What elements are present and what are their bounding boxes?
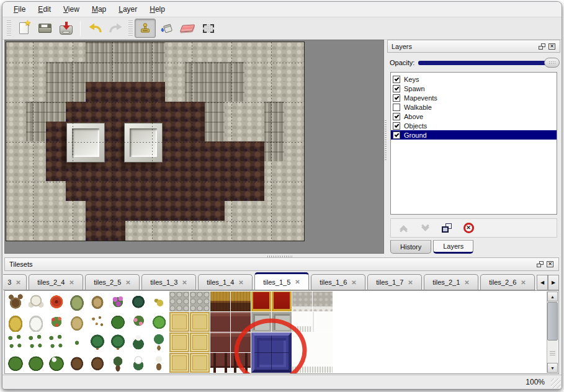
palette-tile-table-maroon[interactable] xyxy=(231,353,251,373)
palette-tile-cloth-fringe[interactable] xyxy=(292,312,312,332)
palette-tile-bush-flowers[interactable] xyxy=(47,312,66,332)
scroll-down-button[interactable]: ▼ xyxy=(547,363,558,373)
tileset-tab-tiles_1_7[interactable]: tiles_1_7✕ xyxy=(367,274,422,290)
map-tile-stone-wall[interactable] xyxy=(66,201,86,221)
map-tile-cave-floor[interactable] xyxy=(244,141,264,161)
map-tile-cliff-face[interactable] xyxy=(86,42,105,62)
map-tile-stone-wall[interactable] xyxy=(284,181,304,201)
map-tile-stone-wall[interactable] xyxy=(244,221,264,241)
menu-view[interactable]: View xyxy=(57,3,86,16)
tab-close-icon[interactable]: ✕ xyxy=(351,279,356,286)
palette-tile-flower-red[interactable] xyxy=(47,292,66,311)
palette-tile-bush-round[interactable] xyxy=(26,353,46,373)
map-tile-stone-wall[interactable] xyxy=(6,42,26,62)
map-tile-cliff-face[interactable] xyxy=(205,62,225,82)
layers-close-button[interactable]: ✕ xyxy=(548,43,556,50)
map-tile-stone-wall[interactable] xyxy=(244,201,264,221)
map-tile-stone-wall[interactable] xyxy=(26,62,46,82)
map-tile-stone-wall[interactable] xyxy=(6,122,26,141)
map-tile-cliff-face[interactable] xyxy=(26,122,46,141)
tilesets-float-button[interactable] xyxy=(536,261,544,268)
layer-list[interactable]: KeysSpawnMapeventsWalkableAboveObjectsGr… xyxy=(390,72,557,215)
map-tile-cave-floor[interactable] xyxy=(86,181,105,201)
palette-tile-sprout-yellow[interactable] xyxy=(149,292,169,311)
map-tile-stone-wall[interactable] xyxy=(264,181,284,201)
map-tile-cave-floor[interactable] xyxy=(244,161,264,181)
map-tile-cave-floor[interactable] xyxy=(46,141,66,161)
map-tile-stone-wall[interactable] xyxy=(6,62,26,82)
map-tile-cave-floor[interactable] xyxy=(145,102,165,122)
map-tile-stone-wall[interactable] xyxy=(264,62,284,82)
palette-tile-table-maroon[interactable] xyxy=(210,353,230,373)
map-tile-stone-wall[interactable] xyxy=(225,122,244,141)
palette-tile-leaves[interactable] xyxy=(87,312,107,332)
map-tile-cave-floor[interactable] xyxy=(46,161,66,181)
palette-tile-mat-yellow[interactable] xyxy=(169,332,189,352)
layer-row-keys[interactable]: Keys xyxy=(391,74,557,84)
select-tool-button[interactable] xyxy=(198,19,219,38)
map-tile-cave-floor[interactable] xyxy=(225,161,244,181)
map-tile-cliff-face[interactable] xyxy=(46,82,66,102)
new-map-button[interactable]: ★ xyxy=(13,19,34,38)
open-button[interactable] xyxy=(34,19,55,38)
map-tile-stone-wall[interactable] xyxy=(244,122,264,141)
map-tile-cave-floor[interactable] xyxy=(66,181,86,201)
map-tile-cave-floor[interactable] xyxy=(165,102,185,122)
map-tile-cave-floor[interactable] xyxy=(86,161,105,181)
menu-edit[interactable]: Edit xyxy=(32,3,57,16)
palette-tile-sprig-one[interactable] xyxy=(67,332,87,352)
map-tile-stone-wall[interactable] xyxy=(6,102,26,122)
map-tile-cave-floor[interactable] xyxy=(105,181,125,201)
map-tile-stone-wall[interactable] xyxy=(165,62,185,82)
map-tile-stone-wall[interactable] xyxy=(125,221,145,241)
tileset-tab-tiles_1_6[interactable]: tiles_1_6✕ xyxy=(311,274,365,290)
map-tile-stone-wall[interactable] xyxy=(225,201,244,221)
map-tile-stone-wall[interactable] xyxy=(185,42,205,62)
palette-tile-frame-gray[interactable] xyxy=(272,312,292,332)
map-tile-stone-wall[interactable] xyxy=(6,82,26,102)
opacity-slider-handle[interactable] xyxy=(544,58,560,68)
palette-tile-blue-block[interactable] xyxy=(251,332,292,373)
map-tile-cliff-face[interactable] xyxy=(46,102,66,122)
map-tile-stone-wall[interactable] xyxy=(145,221,165,241)
map-tile-stone-wall[interactable] xyxy=(26,42,46,62)
map-tile-cave-floor[interactable] xyxy=(145,181,165,201)
map-tile-cave-floor[interactable] xyxy=(125,201,145,221)
palette-tile-pine-snowy[interactable] xyxy=(128,353,148,373)
map-tile-cave-floor[interactable] xyxy=(125,181,145,201)
map-tile-cave-floor[interactable] xyxy=(165,122,185,141)
palette-tile-seat-maroon[interactable] xyxy=(231,332,251,352)
palette-tile-sprigs[interactable] xyxy=(26,332,46,352)
map-tile-stone-wall[interactable] xyxy=(284,62,304,82)
map-tile-cliff-face[interactable] xyxy=(225,82,244,102)
map-tile-stone-wall[interactable] xyxy=(66,221,86,241)
palette-tile-cloth-plain[interactable] xyxy=(313,312,333,332)
scrollbar-thumb[interactable] xyxy=(547,302,558,341)
dock-tab-layers[interactable]: Layers xyxy=(433,240,473,254)
map-tile-cave-floor[interactable] xyxy=(185,181,205,201)
palette-tile-palm-tree[interactable] xyxy=(149,332,169,352)
map-tile-cave-floor[interactable] xyxy=(165,181,185,201)
map-tile-stone-wall[interactable] xyxy=(26,82,46,102)
map-tile-cave-floor[interactable] xyxy=(205,161,225,181)
layers-dock-titlebar[interactable]: Layers ✕ xyxy=(387,40,560,53)
layer-row-mapevents[interactable]: Mapevents xyxy=(391,93,557,102)
map-tile-cliff-face[interactable] xyxy=(125,62,145,82)
palette-scrollbar[interactable]: ▲ ▼ xyxy=(547,292,558,373)
palette-tile-frame-gray[interactable] xyxy=(251,312,271,332)
map-tile-cave-floor[interactable] xyxy=(66,161,86,181)
map-tile-cave-floor[interactable] xyxy=(125,102,145,122)
palette-tile-trunk-tan[interactable] xyxy=(87,292,107,311)
move-layer-up-button[interactable] xyxy=(395,220,411,236)
map-tile-cliff-face[interactable] xyxy=(86,62,105,82)
palette-tile-snow-mound[interactable] xyxy=(26,312,46,332)
map-tile-stone-wall[interactable] xyxy=(205,42,225,62)
tab-close-icon[interactable]: ✕ xyxy=(69,279,74,286)
map-tile-cliff-face[interactable] xyxy=(125,42,145,62)
palette-tile-mat-yellow[interactable] xyxy=(169,353,189,373)
map-tile-cave-floor[interactable] xyxy=(105,82,125,102)
tab-scroll-left-button[interactable]: ◀ xyxy=(537,275,548,290)
map-tile-stone-wall[interactable] xyxy=(225,221,244,241)
undo-button[interactable] xyxy=(84,19,105,38)
palette-tile-bush-snowy[interactable] xyxy=(47,353,66,373)
